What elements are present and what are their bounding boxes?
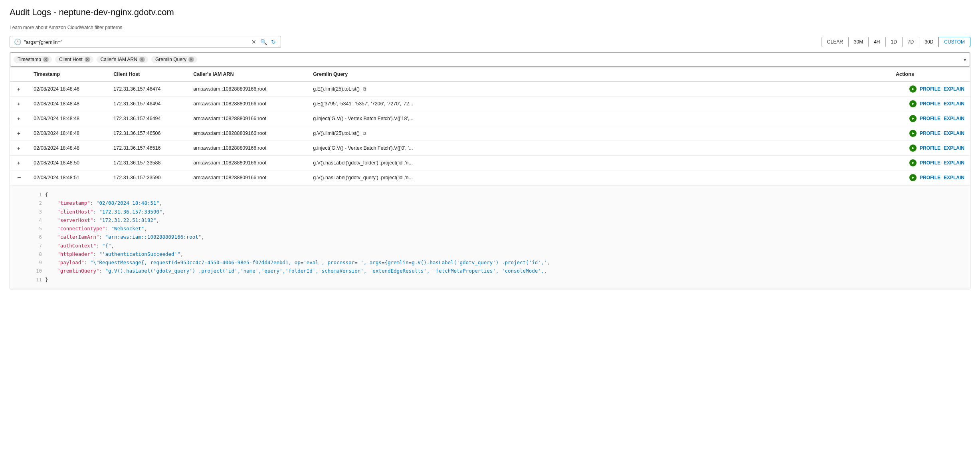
filter-dropdown-arrow[interactable]: ▾	[964, 57, 966, 63]
copy-icon-1[interactable]: ⧉	[363, 86, 366, 92]
explain-link-2[interactable]: EXPLAIN	[944, 101, 964, 107]
refresh-search-icon[interactable]: ↻	[270, 39, 277, 45]
log-table: Timestamp Client Host Caller's IAM ARN G…	[10, 67, 970, 289]
expand-row-6[interactable]: +	[16, 160, 22, 166]
json-line-1: 1 {	[34, 190, 960, 199]
1d-button[interactable]: 1D	[885, 37, 903, 47]
clear-search-icon[interactable]: ✕	[251, 39, 257, 45]
remove-iamarn-filter[interactable]: ✕	[139, 57, 145, 62]
profile-link-6[interactable]: PROFILE	[920, 160, 940, 166]
profile-link-4[interactable]: PROFILE	[920, 131, 940, 136]
json-line-9: 9 "payload": "\"RequestMessage{, request…	[34, 258, 960, 267]
query-1: g.E().limit(25).toList() ⧉	[307, 81, 890, 97]
col-clienthost-header: Client Host	[108, 67, 188, 82]
search-bar: 🕐 ✕ 🔍 ↻	[10, 36, 281, 48]
run-icon-6[interactable]	[909, 159, 917, 166]
remove-timestamp-filter[interactable]: ✕	[43, 57, 49, 62]
expand-row-4[interactable]: +	[16, 131, 22, 137]
iamarn-1: arn:aws:iam::108288809166:root	[188, 81, 307, 97]
run-icon-7[interactable]	[909, 174, 917, 181]
30d-button[interactable]: 30D	[919, 37, 939, 47]
filter-chip-iamarn: Caller's IAM ARN ✕	[97, 56, 148, 63]
col-iamarn-header: Caller's IAM ARN	[188, 67, 307, 82]
table-header-row: Timestamp Client Host Caller's IAM ARN G…	[10, 67, 970, 82]
query-5: g.inject('G.V() - Vertex Batch Fetch').V…	[307, 141, 890, 156]
table-row: − 02/08/2024 18:48:51 172.31.36.157:3359…	[10, 170, 970, 185]
explain-link-6[interactable]: EXPLAIN	[944, 160, 964, 166]
json-line-3: 3 "clientHost": "172.31.36.157:33590",	[34, 208, 960, 216]
main-area: Timestamp ✕ Client Host ✕ Caller's IAM A…	[10, 52, 970, 289]
filter-chip-clienthost: Client Host ✕	[55, 56, 93, 63]
col-expand-header	[10, 67, 28, 82]
json-line-6: 6 "callerIamArn": "arn:aws:iam::10828880…	[34, 233, 960, 241]
timestamp-2: 02/08/2024 18:48:48	[28, 97, 108, 111]
profile-link-7[interactable]: PROFILE	[920, 175, 940, 180]
profile-link-3[interactable]: PROFILE	[920, 116, 940, 121]
explain-link-4[interactable]: EXPLAIN	[944, 131, 964, 136]
history-icon[interactable]: 🕐	[14, 38, 22, 46]
run-icon-2[interactable]	[909, 100, 917, 107]
run-icon-3[interactable]	[909, 115, 917, 122]
table-row: + 02/08/2024 18:48:48 172.31.36.157:4649…	[10, 111, 970, 126]
json-line-8: 8 "httpHeader": "'authenticationSucceede…	[34, 250, 960, 258]
search-row: 🕐 ✕ 🔍 ↻ CLEAR 30M 4H 1D 7D 30D CUSTOM	[10, 36, 970, 48]
query-2: g.E(['3795', '5341', '5357', '7206', '72…	[307, 97, 890, 111]
json-line-7: 7 "authContext": "{",	[34, 241, 960, 250]
action-btns-6: PROFILE EXPLAIN	[896, 159, 964, 166]
query-6: g.V().hasLabel('gdotv_folder') .project(…	[307, 156, 890, 170]
custom-button[interactable]: CUSTOM	[938, 37, 970, 47]
col-query-header: Gremlin Query	[307, 67, 890, 82]
copy-icon-4[interactable]: ⧉	[363, 131, 366, 136]
clear-button[interactable]: CLEAR	[822, 37, 849, 47]
page-title: Audit Logs - neptune-dev-nginx.gdotv.com	[10, 7, 970, 18]
7d-button[interactable]: 7D	[902, 37, 919, 47]
json-line-4: 4 "serverHost": "172.31.22.51:8182",	[34, 216, 960, 224]
iamarn-7: arn:aws:iam::108288809166:root	[188, 170, 307, 185]
filter-chip-gremlinquery: Gremlin Query ✕	[151, 56, 197, 63]
action-btns-7: PROFILE EXPLAIN	[896, 174, 964, 181]
clienthost-2: 172.31.36.157:46494	[108, 97, 188, 111]
remove-gremlinquery-filter[interactable]: ✕	[188, 57, 194, 62]
expand-row-5[interactable]: +	[16, 145, 22, 151]
explain-link-1[interactable]: EXPLAIN	[944, 86, 964, 92]
explain-link-3[interactable]: EXPLAIN	[944, 116, 964, 121]
remove-clienthost-filter[interactable]: ✕	[85, 57, 90, 62]
run-icon-5[interactable]	[909, 144, 917, 152]
json-block: 1 { 2 "timestamp": "02/08/2024 18:48:51"…	[10, 185, 970, 289]
expand-row-7[interactable]: −	[16, 174, 22, 181]
filter-table-wrapper: Timestamp ✕ Client Host ✕ Caller's IAM A…	[10, 52, 970, 289]
profile-link-1[interactable]: PROFILE	[920, 86, 940, 92]
search-input[interactable]	[24, 39, 248, 45]
profile-link-2[interactable]: PROFILE	[920, 101, 940, 107]
expand-row-2[interactable]: +	[16, 101, 22, 107]
clienthost-1: 172.31.36.157:46474	[108, 81, 188, 97]
expand-row-1[interactable]: +	[16, 86, 22, 92]
explain-link-5[interactable]: EXPLAIN	[944, 145, 964, 151]
table-row: + 02/08/2024 18:48:50 172.31.36.157:3358…	[10, 156, 970, 170]
search-magnify-icon[interactable]: 🔍	[259, 39, 268, 45]
explain-link-7[interactable]: EXPLAIN	[944, 175, 964, 180]
iamarn-4: arn:aws:iam::108288809166:root	[188, 126, 307, 141]
table-row: + 02/08/2024 18:48:48 172.31.36.157:4649…	[10, 97, 970, 111]
table-row: + 02/08/2024 18:48:48 172.31.36.157:4650…	[10, 126, 970, 141]
clienthost-4: 172.31.36.157:46506	[108, 126, 188, 141]
query-7: g.V().hasLabel('gdotv_query') .project('…	[307, 170, 890, 185]
run-icon-4[interactable]	[909, 130, 917, 137]
clienthost-5: 172.31.36.157:46516	[108, 141, 188, 156]
iamarn-5: arn:aws:iam::108288809166:root	[188, 141, 307, 156]
4h-button[interactable]: 4H	[868, 37, 885, 47]
log-table-container: Timestamp Client Host Caller's IAM ARN G…	[10, 67, 970, 289]
action-btns-1: PROFILE EXPLAIN	[896, 85, 964, 93]
run-icon-1[interactable]	[909, 85, 917, 93]
profile-link-5[interactable]: PROFILE	[920, 145, 940, 151]
iamarn-6: arn:aws:iam::108288809166:root	[188, 156, 307, 170]
time-buttons: CLEAR 30M 4H 1D 7D 30D CUSTOM	[822, 37, 970, 47]
expand-row-3[interactable]: +	[16, 116, 22, 122]
json-line-10: 10 "gremlinQuery": "g.V().hasLabel('gdot…	[34, 267, 960, 275]
timestamp-3: 02/08/2024 18:48:48	[28, 111, 108, 126]
timestamp-1: 02/08/2024 18:48:46	[28, 81, 108, 97]
table-row: + 02/08/2024 18:48:48 172.31.36.157:4651…	[10, 141, 970, 156]
timestamp-6: 02/08/2024 18:48:50	[28, 156, 108, 170]
clienthost-6: 172.31.36.157:33588	[108, 156, 188, 170]
30m-button[interactable]: 30M	[848, 37, 869, 47]
